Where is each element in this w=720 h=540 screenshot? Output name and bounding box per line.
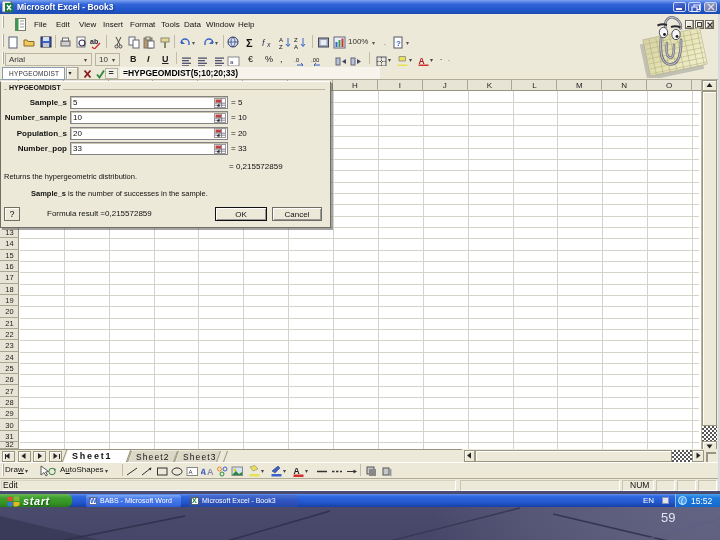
svg-text:A: A <box>294 465 300 475</box>
svg-text:A: A <box>207 467 214 477</box>
svg-text:A: A <box>189 469 193 475</box>
